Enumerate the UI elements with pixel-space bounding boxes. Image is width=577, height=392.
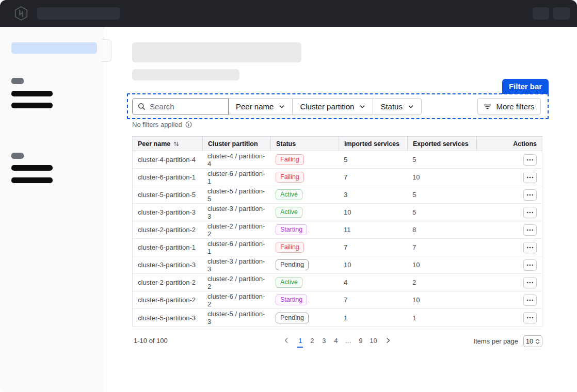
cell-cluster-partition: cluster-5 / partition-5 <box>202 187 270 203</box>
row-actions-button[interactable] <box>523 259 537 271</box>
hashicorp-logo-icon <box>13 6 29 21</box>
cell-peer-name: cluster-6-partition-1 <box>133 173 202 181</box>
previous-page-button[interactable] <box>280 334 293 347</box>
topbar-search-skeleton <box>37 7 120 20</box>
cell-peer-name: cluster-3-partition-3 <box>133 208 202 216</box>
items-per-page-value: 10 <box>526 337 533 345</box>
sidebar-flyout-tab[interactable] <box>102 39 111 62</box>
cell-exported-services: 5 <box>407 156 476 164</box>
cell-imported-services: 11 <box>339 226 407 234</box>
table-row: cluster-2-partition-2 cluster-2 / partit… <box>133 274 542 291</box>
topbar-action-skeleton-1 <box>533 7 549 20</box>
status-badge: Starting <box>276 295 307 305</box>
cell-imported-services: 7 <box>339 173 407 181</box>
sidebar-item-skeleton-2 <box>11 103 53 108</box>
cell-exported-services: 10 <box>407 261 476 269</box>
filter-dropdown-status[interactable]: Status <box>373 99 421 115</box>
row-actions-button[interactable] <box>523 295 537 306</box>
page-numbers: 1234…910 <box>296 334 378 347</box>
cell-peer-name: cluster-6-partition-1 <box>133 243 202 251</box>
search-input[interactable] <box>150 102 217 111</box>
page-subtitle-skeleton <box>132 69 239 80</box>
search-icon <box>138 103 146 110</box>
table-row: cluster-6-partition-1 cluster-6 / partit… <box>133 239 542 256</box>
search-field[interactable] <box>132 98 229 115</box>
cell-imported-services: 3 <box>339 191 407 199</box>
status-badge: Active <box>276 277 302 288</box>
filters-status-text: No filters applied <box>132 121 182 128</box>
row-actions-button[interactable] <box>523 312 537 323</box>
cell-exported-services: 10 <box>407 296 476 304</box>
row-actions-button[interactable] <box>523 242 537 253</box>
peers-table: Peer name Cluster partition Status Impor… <box>132 136 542 327</box>
sidebar-item-skeleton-1 <box>11 91 53 96</box>
sort-icon <box>173 141 179 147</box>
row-actions-button[interactable] <box>523 277 537 288</box>
page-number[interactable]: 3 <box>319 334 328 347</box>
cell-peer-name: cluster-3-partition-3 <box>133 261 202 269</box>
status-badge: Pending <box>276 259 309 270</box>
row-actions-button[interactable] <box>523 189 537 201</box>
more-filters-button[interactable]: More filters <box>477 98 541 115</box>
cell-exported-services: 5 <box>407 191 476 199</box>
chevron-down-icon <box>359 104 365 110</box>
chevron-down-icon <box>408 104 414 110</box>
column-header-actions: Actions <box>476 137 542 151</box>
row-actions-button[interactable] <box>523 172 537 183</box>
page-number[interactable]: 2 <box>308 334 316 347</box>
filter-dropdown-cluster-partition[interactable]: Cluster partition <box>292 99 373 115</box>
column-label: Cluster partition <box>208 140 258 148</box>
cell-cluster-partition: cluster-3 / partition-3 <box>202 205 270 220</box>
dropdown-label: Status <box>380 102 403 111</box>
dropdown-label: Cluster partition <box>300 102 354 111</box>
page-ellipsis: … <box>343 334 353 347</box>
page-number[interactable]: 1 <box>296 334 304 347</box>
cell-imported-services: 7 <box>339 243 407 251</box>
next-page-button[interactable] <box>382 334 394 347</box>
topbar-action-skeleton-2 <box>553 7 570 20</box>
status-badge: Failing <box>276 242 304 253</box>
table-row: cluster-6-partition-1 cluster-6 / partit… <box>133 169 542 186</box>
info-icon[interactable] <box>185 121 192 128</box>
more-filters-label: More filters <box>496 102 534 111</box>
cell-peer-name: cluster-6-partition-2 <box>133 296 202 304</box>
top-nav-bar <box>0 0 577 27</box>
column-header-peer-name[interactable]: Peer name <box>133 137 202 151</box>
cell-imported-services: 10 <box>339 261 407 269</box>
status-badge: Active <box>276 207 302 218</box>
sidebar-active-item-skeleton <box>11 42 97 54</box>
cell-cluster-partition: cluster-6 / partition-2 <box>202 292 270 308</box>
dropdown-label: Peer name <box>236 102 274 111</box>
cell-peer-name: cluster-2-partition-2 <box>133 226 202 234</box>
filter-dropdown-peer-name[interactable]: Peer name <box>229 99 292 115</box>
row-actions-button[interactable] <box>523 224 537 236</box>
cell-cluster-partition: cluster-2 / partition-2 <box>202 275 270 290</box>
cell-cluster-partition: cluster-5 / partition-3 <box>202 310 270 325</box>
column-label: Status <box>276 140 296 148</box>
filter-bar-annotation-tag: Filter bar <box>502 79 549 94</box>
cell-exported-services: 8 <box>407 226 476 234</box>
table-row: cluster-2-partition-2 cluster-2 / partit… <box>133 221 542 239</box>
table-row: cluster-5-partition-5 cluster-5 / partit… <box>133 186 542 204</box>
cell-exported-services: 10 <box>407 173 476 181</box>
chevron-down-icon <box>279 104 285 110</box>
page-number[interactable]: 4 <box>331 334 340 347</box>
filter-lines-icon <box>484 103 491 110</box>
status-badge: Failing <box>276 172 304 183</box>
filters-status: No filters applied <box>132 121 192 128</box>
table-row: cluster-3-partition-3 cluster-3 / partit… <box>133 256 542 274</box>
filter-bar: Peer name Cluster partition Status <box>132 98 422 115</box>
cell-imported-services: 7 <box>339 296 407 304</box>
page-number[interactable]: 10 <box>368 334 378 347</box>
sidebar-item-skeleton-3 <box>11 165 53 171</box>
page-title-skeleton <box>132 42 301 62</box>
items-per-page-select[interactable]: 10 <box>523 335 542 347</box>
cell-cluster-partition: cluster-2 / partition-2 <box>202 222 270 238</box>
status-badge: Active <box>276 189 302 200</box>
cell-cluster-partition: cluster-3 / partition-3 <box>202 257 270 273</box>
page-number[interactable]: 9 <box>356 334 365 347</box>
table-row: cluster-5-partition-3 cluster-5 / partit… <box>133 309 542 326</box>
row-actions-button[interactable] <box>523 154 537 166</box>
cell-peer-name: cluster-5-partition-5 <box>133 191 202 199</box>
row-actions-button[interactable] <box>523 207 537 218</box>
